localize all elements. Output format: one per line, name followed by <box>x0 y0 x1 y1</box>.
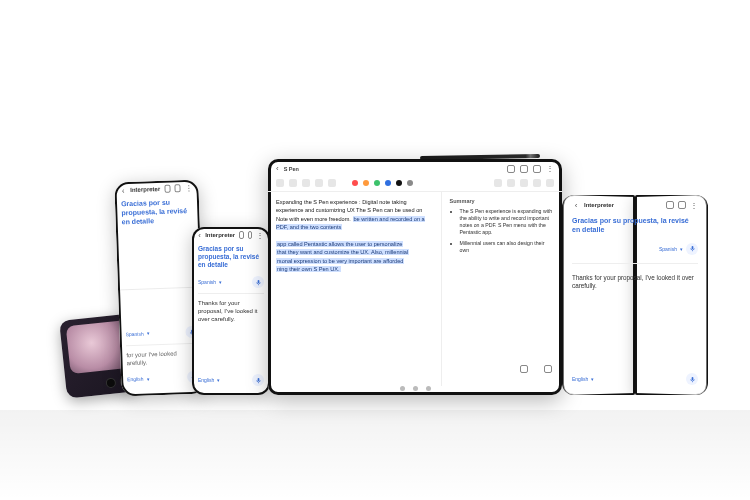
source-language[interactable]: English ▾ <box>572 376 594 382</box>
divider <box>572 263 698 264</box>
mic-button[interactable] <box>686 243 698 255</box>
note-canvas[interactable]: Expanding the S Pen experience : Digital… <box>268 192 441 386</box>
translated-text: Gracias por su propuesta, la revisé en d… <box>192 241 270 273</box>
mic-button[interactable] <box>686 373 698 385</box>
settings-icon[interactable] <box>248 231 252 239</box>
back-icon[interactable] <box>276 164 279 173</box>
settings-icon[interactable] <box>174 184 180 192</box>
nav-back[interactable] <box>426 386 431 391</box>
more-icon[interactable] <box>256 231 264 239</box>
tool-highlighter[interactable] <box>289 179 297 187</box>
back-icon[interactable] <box>198 231 201 239</box>
app-title: Interpreter <box>205 232 235 238</box>
expand-icon[interactable] <box>164 185 170 193</box>
tool-page[interactable] <box>520 179 528 187</box>
source-language-label: English <box>198 377 214 383</box>
tool-text[interactable] <box>328 179 336 187</box>
device-tablet: S Pen <box>268 159 562 395</box>
source-language-label: English <box>572 376 588 382</box>
color-swatch-green[interactable] <box>374 180 380 186</box>
floor-reflection <box>0 410 750 500</box>
tool-more[interactable] <box>546 179 554 187</box>
source-language[interactable]: English ▾ <box>127 375 150 382</box>
tool-undo[interactable] <box>494 179 502 187</box>
tool-ai[interactable] <box>533 179 541 187</box>
note-text-highlight: that they want and customize the UX. Als… <box>276 249 409 255</box>
target-language-label: Spanish <box>198 279 216 285</box>
nav-home[interactable] <box>413 386 418 391</box>
original-text: Thanks for your proposal, I've looked it… <box>562 268 708 296</box>
translated-text: Gracias por su propuesta, la revisé en d… <box>562 211 708 239</box>
summary-heading: Summary <box>450 198 554 204</box>
color-swatch-red[interactable] <box>352 180 358 186</box>
summary-item: Millennial users can also design their o… <box>460 240 554 254</box>
device-phone: Interpreter Gracias por su propuesta, la… <box>192 227 270 395</box>
tool-redo[interactable] <box>507 179 515 187</box>
hinge-line <box>118 287 202 291</box>
camera-lens <box>105 377 116 388</box>
more-icon[interactable] <box>184 184 192 192</box>
target-language[interactable]: Spanish ▾ <box>126 331 150 338</box>
app-title: Interpreter <box>130 186 160 193</box>
back-icon[interactable] <box>120 186 126 194</box>
original-text: Thanks for your proposal, I've looked it… <box>192 296 270 327</box>
share-icon[interactable] <box>507 165 515 173</box>
divider <box>198 293 264 294</box>
document-title: S Pen <box>284 166 299 172</box>
note-text-highlight: app called Pentastic allows the user to … <box>276 241 403 247</box>
source-language[interactable]: English ▾ <box>198 377 220 383</box>
search-icon[interactable] <box>520 165 528 173</box>
color-swatch-orange[interactable] <box>363 180 369 186</box>
settings-icon[interactable] <box>678 201 686 209</box>
mic-button[interactable] <box>252 374 264 386</box>
device-fold-open: Interpreter Gracias por su propuesta, la… <box>562 195 708 395</box>
color-swatch-gray[interactable] <box>407 180 413 186</box>
mic-button[interactable] <box>252 276 264 288</box>
tool-pen[interactable] <box>276 179 284 187</box>
share-icon[interactable] <box>544 365 552 373</box>
color-swatch-blue[interactable] <box>385 180 391 186</box>
back-icon[interactable] <box>572 201 580 209</box>
expand-icon[interactable] <box>239 231 243 239</box>
editor-toolbar <box>268 176 562 192</box>
target-language[interactable]: Spanish ▾ <box>659 243 698 255</box>
target-language[interactable]: Spanish ▾ <box>198 279 222 285</box>
tool-select[interactable] <box>315 179 323 187</box>
target-language-label: Spanish <box>659 246 677 252</box>
color-swatch-black[interactable] <box>396 180 402 186</box>
copy-icon[interactable] <box>520 365 528 373</box>
more-icon[interactable] <box>546 164 554 173</box>
more-icon[interactable] <box>690 201 698 209</box>
summary-panel: Summary The S Pen experience is expandin… <box>441 192 562 386</box>
tool-eraser[interactable] <box>302 179 310 187</box>
add-icon[interactable] <box>533 165 541 173</box>
nav-bar <box>268 386 562 391</box>
source-language-label: English <box>127 376 144 383</box>
note-text-highlight: rsonal expression to be very important a… <box>276 258 404 264</box>
translated-text: Gracias por su propuesta, la revisé en d… <box>115 194 200 231</box>
expand-icon[interactable] <box>666 201 674 209</box>
nav-recents[interactable] <box>400 386 405 391</box>
target-language-label: Spanish <box>126 331 144 338</box>
app-title: Interpreter <box>584 202 662 208</box>
summary-item: The S Pen experience is expanding with t… <box>460 208 554 236</box>
note-text-highlight: ning their own S Pen UX. <box>276 266 341 272</box>
